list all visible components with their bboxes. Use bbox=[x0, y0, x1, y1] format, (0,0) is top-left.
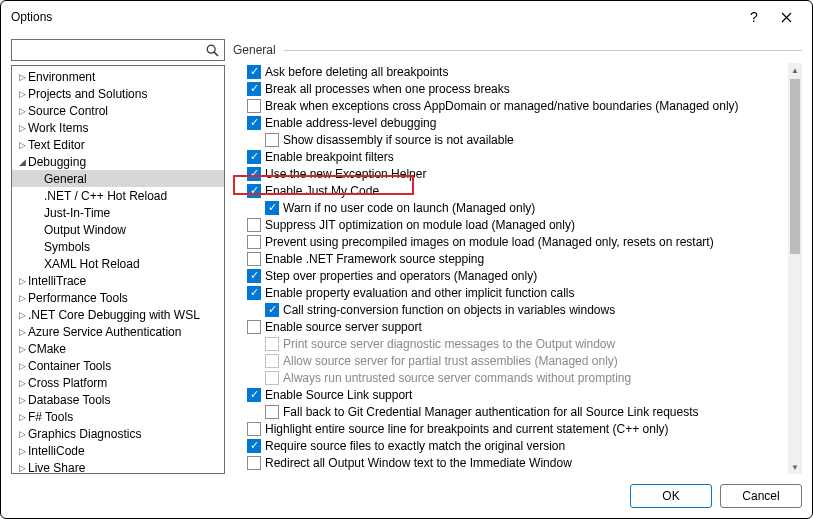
checkbox-icon[interactable] bbox=[265, 133, 279, 147]
tree-label: Source Control bbox=[28, 104, 108, 118]
opt-just-my-code[interactable]: ✓Enable Just My Code bbox=[247, 182, 788, 199]
checkbox-icon bbox=[265, 371, 279, 385]
category-tree[interactable]: ▷Environment ▷Projects and Solutions ▷So… bbox=[11, 65, 225, 474]
checkbox-icon[interactable]: ✓ bbox=[247, 286, 261, 300]
opt-label: Call string-conversion function on objec… bbox=[283, 303, 615, 317]
search-icon[interactable] bbox=[202, 44, 223, 57]
tree-item-intellicode[interactable]: ▷IntelliCode bbox=[12, 442, 224, 459]
opt-suppress-jit[interactable]: Suppress JIT optimization on module load… bbox=[247, 216, 788, 233]
chevron-right-icon: ▷ bbox=[16, 276, 28, 286]
checkbox-icon[interactable] bbox=[265, 405, 279, 419]
checkbox-icon[interactable]: ✓ bbox=[247, 150, 261, 164]
tree-item-general[interactable]: General bbox=[12, 170, 224, 187]
help-button[interactable]: ? bbox=[738, 4, 770, 30]
opt-warn-no-user-code[interactable]: ✓Warn if no user code on launch (Managed… bbox=[265, 199, 788, 216]
tree-label: Just-In-Time bbox=[44, 206, 110, 220]
tree-item-cmake[interactable]: ▷CMake bbox=[12, 340, 224, 357]
tree-item-debugging[interactable]: ◢Debugging bbox=[12, 153, 224, 170]
tree-item-intellitrace[interactable]: ▷IntelliTrace bbox=[12, 272, 224, 289]
checkbox-icon[interactable] bbox=[247, 99, 261, 113]
opt-source-server[interactable]: Enable source server support bbox=[247, 318, 788, 335]
checkbox-icon[interactable] bbox=[247, 422, 261, 436]
svg-point-0 bbox=[207, 45, 215, 53]
checkbox-icon[interactable]: ✓ bbox=[247, 65, 261, 79]
opt-untrusted-ss: Always run untrusted source server comma… bbox=[265, 369, 788, 386]
opt-prevent-precompiled[interactable]: Prevent using precompiled images on modu… bbox=[247, 233, 788, 250]
tree-item-source-control[interactable]: ▷Source Control bbox=[12, 102, 224, 119]
checkbox-icon[interactable] bbox=[247, 235, 261, 249]
checkbox-icon[interactable]: ✓ bbox=[247, 269, 261, 283]
opt-netfw-stepping[interactable]: Enable .NET Framework source stepping bbox=[247, 250, 788, 267]
tree-item-perf-tools[interactable]: ▷Performance Tools bbox=[12, 289, 224, 306]
checkbox-icon[interactable]: ✓ bbox=[247, 439, 261, 453]
checkbox-icon[interactable] bbox=[247, 218, 261, 232]
scrollbar[interactable]: ▲ ▼ bbox=[788, 63, 802, 474]
opt-source-link[interactable]: ✓Enable Source Link support bbox=[247, 386, 788, 403]
checkbox-icon[interactable]: ✓ bbox=[247, 388, 261, 402]
chevron-right-icon: ▷ bbox=[16, 310, 28, 320]
options-dialog: Options ? ▷Environment ▷Projects and Sol… bbox=[0, 0, 813, 519]
tree-item-database-tools[interactable]: ▷Database Tools bbox=[12, 391, 224, 408]
dialog-footer: OK Cancel bbox=[1, 474, 812, 518]
tree-item-live-share[interactable]: ▷Live Share bbox=[12, 459, 224, 474]
tree-item-projects[interactable]: ▷Projects and Solutions bbox=[12, 85, 224, 102]
opt-breakpoint-filters[interactable]: ✓Enable breakpoint filters bbox=[247, 148, 788, 165]
checkbox-icon[interactable] bbox=[247, 456, 261, 470]
tree-item-symbols[interactable]: Symbols bbox=[12, 238, 224, 255]
checkbox-icon[interactable]: ✓ bbox=[247, 116, 261, 130]
checkbox-icon[interactable]: ✓ bbox=[265, 201, 279, 215]
tree-label: Text Editor bbox=[28, 138, 85, 152]
opt-ask-delete-breakpoints[interactable]: ✓Ask before deleting all breakpoints bbox=[247, 63, 788, 80]
tree-item-azure-auth[interactable]: ▷Azure Service Authentication bbox=[12, 323, 224, 340]
search-box[interactable] bbox=[11, 39, 225, 61]
opt-label: Use the new Exception Helper bbox=[265, 167, 426, 181]
opt-show-disassembly[interactable]: Show disassembly if source is not availa… bbox=[265, 131, 788, 148]
tree-item-text-editor[interactable]: ▷Text Editor bbox=[12, 136, 224, 153]
opt-step-over-props[interactable]: ✓Step over properties and operators (Man… bbox=[247, 267, 788, 284]
ok-button[interactable]: OK bbox=[630, 484, 712, 508]
tree-item-fsharp-tools[interactable]: ▷F# Tools bbox=[12, 408, 224, 425]
tree-item-wsl[interactable]: ▷.NET Core Debugging with WSL bbox=[12, 306, 224, 323]
tree-label: Cross Platform bbox=[28, 376, 107, 390]
tree-item-jit[interactable]: Just-In-Time bbox=[12, 204, 224, 221]
opt-break-all-processes[interactable]: ✓Break all processes when one process br… bbox=[247, 80, 788, 97]
checkbox-icon[interactable] bbox=[247, 320, 261, 334]
checkbox-icon[interactable] bbox=[247, 252, 261, 266]
chevron-right-icon: ▷ bbox=[16, 412, 28, 422]
opt-prop-eval[interactable]: ✓Enable property evaluation and other im… bbox=[247, 284, 788, 301]
opt-gcm-fallback[interactable]: Fall back to Git Credential Manager auth… bbox=[265, 403, 788, 420]
checkbox-icon[interactable]: ✓ bbox=[247, 167, 261, 181]
chevron-right-icon: ▷ bbox=[16, 361, 28, 371]
opt-label: Show disassembly if source is not availa… bbox=[283, 133, 514, 147]
opt-label: Require source files to exactly match th… bbox=[265, 439, 565, 453]
chevron-right-icon: ▷ bbox=[16, 344, 28, 354]
search-input[interactable] bbox=[13, 43, 202, 57]
tree-item-work-items[interactable]: ▷Work Items bbox=[12, 119, 224, 136]
opt-require-exact-source[interactable]: ✓Require source files to exactly match t… bbox=[247, 437, 788, 454]
tree-item-graphics-diag[interactable]: ▷Graphics Diagnostics bbox=[12, 425, 224, 442]
tree-item-output-window[interactable]: Output Window bbox=[12, 221, 224, 238]
chevron-right-icon: ▷ bbox=[16, 123, 28, 133]
opt-redirect-output[interactable]: Redirect all Output Window text to the I… bbox=[247, 454, 788, 471]
close-button[interactable] bbox=[770, 4, 802, 30]
cancel-button[interactable]: Cancel bbox=[720, 484, 802, 508]
checkbox-icon[interactable]: ✓ bbox=[247, 82, 261, 96]
opt-highlight-line[interactable]: Highlight entire source line for breakpo… bbox=[247, 420, 788, 437]
checkbox-icon[interactable]: ✓ bbox=[247, 184, 261, 198]
opt-string-conv[interactable]: ✓Call string-conversion function on obje… bbox=[265, 301, 788, 318]
scroll-thumb[interactable] bbox=[790, 79, 800, 254]
scroll-up-icon[interactable]: ▲ bbox=[788, 63, 802, 77]
tree-item-hot-reload[interactable]: .NET / C++ Hot Reload bbox=[12, 187, 224, 204]
opt-exception-helper[interactable]: ✓Use the new Exception Helper bbox=[247, 165, 788, 182]
tree-item-xaml-hot-reload[interactable]: XAML Hot Reload bbox=[12, 255, 224, 272]
checkbox-icon[interactable]: ✓ bbox=[265, 303, 279, 317]
opt-label: Highlight entire source line for breakpo… bbox=[265, 422, 669, 436]
tree-item-container-tools[interactable]: ▷Container Tools bbox=[12, 357, 224, 374]
opt-address-level-debug[interactable]: ✓Enable address-level debugging bbox=[247, 114, 788, 131]
tree-item-environment[interactable]: ▷Environment bbox=[12, 68, 224, 85]
scroll-down-icon[interactable]: ▼ bbox=[788, 460, 802, 474]
tree-label: Output Window bbox=[44, 223, 126, 237]
opt-break-appdomain[interactable]: Break when exceptions cross AppDomain or… bbox=[247, 97, 788, 114]
tree-item-cross-platform[interactable]: ▷Cross Platform bbox=[12, 374, 224, 391]
titlebar: Options ? bbox=[1, 1, 812, 33]
